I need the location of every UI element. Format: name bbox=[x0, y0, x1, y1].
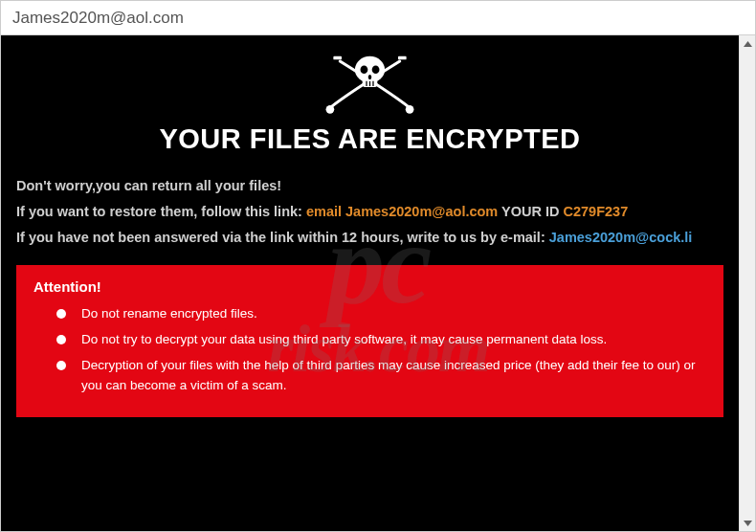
headline: YOUR FILES ARE ENCRYPTED bbox=[16, 123, 723, 155]
bullet-icon bbox=[56, 309, 66, 319]
l3-prefix: If you have not been answered via the li… bbox=[16, 230, 549, 245]
app-window: James2020m@aol.com bbox=[0, 0, 756, 532]
vertical-scrollbar[interactable] bbox=[739, 35, 755, 531]
bullet-icon bbox=[56, 361, 66, 370]
bullet-icon bbox=[56, 335, 66, 344]
attention-item-text: Do not try to decrypt your data using th… bbox=[81, 330, 706, 350]
pirate-logo bbox=[16, 43, 723, 118]
svg-point-7 bbox=[372, 65, 380, 74]
contact-email-primary: email James2020m@aol.com bbox=[306, 204, 498, 219]
window-title: James2020m@aol.com bbox=[12, 9, 184, 28]
your-id-label: YOUR ID bbox=[498, 204, 563, 219]
scroll-down-arrow-icon[interactable] bbox=[740, 515, 756, 531]
ransom-content: YOUR FILES ARE ENCRYPTED Don't worry,you… bbox=[1, 35, 739, 531]
list-item: Do not try to decrypt your data using th… bbox=[33, 330, 706, 350]
svg-rect-0 bbox=[398, 56, 407, 59]
scroll-up-arrow-icon[interactable] bbox=[740, 35, 756, 52]
l2-prefix: If you want to restore them, follow this… bbox=[16, 204, 306, 219]
skull-swords-icon bbox=[320, 43, 420, 118]
intro-line-2: If you want to restore them, follow this… bbox=[16, 202, 723, 222]
titlebar: James2020m@aol.com bbox=[1, 1, 755, 35]
svg-rect-1 bbox=[333, 56, 342, 59]
svg-point-6 bbox=[361, 65, 368, 74]
attention-title: Attention! bbox=[33, 278, 706, 295]
list-item: Decryption of your files with the help o… bbox=[33, 356, 706, 396]
svg-point-8 bbox=[368, 75, 371, 79]
attention-list: Do not rename encrypted files. Do not tr… bbox=[33, 304, 706, 396]
contact-email-secondary: James2020m@cock.li bbox=[549, 230, 693, 245]
svg-point-2 bbox=[326, 105, 335, 114]
intro-line-1: Don't worry,you can return all your file… bbox=[16, 176, 723, 196]
attention-item-text: Do not rename encrypted files. bbox=[81, 304, 706, 324]
list-item: Do not rename encrypted files. bbox=[33, 304, 706, 324]
attention-item-text: Decryption of your files with the help o… bbox=[81, 356, 706, 396]
victim-id: C279F237 bbox=[563, 204, 628, 219]
attention-box: Attention! Do not rename encrypted files… bbox=[16, 265, 723, 417]
intro-line-3: If you have not been answered via the li… bbox=[16, 228, 723, 248]
svg-point-3 bbox=[406, 105, 414, 114]
content-wrap: YOUR FILES ARE ENCRYPTED Don't worry,you… bbox=[1, 35, 755, 531]
